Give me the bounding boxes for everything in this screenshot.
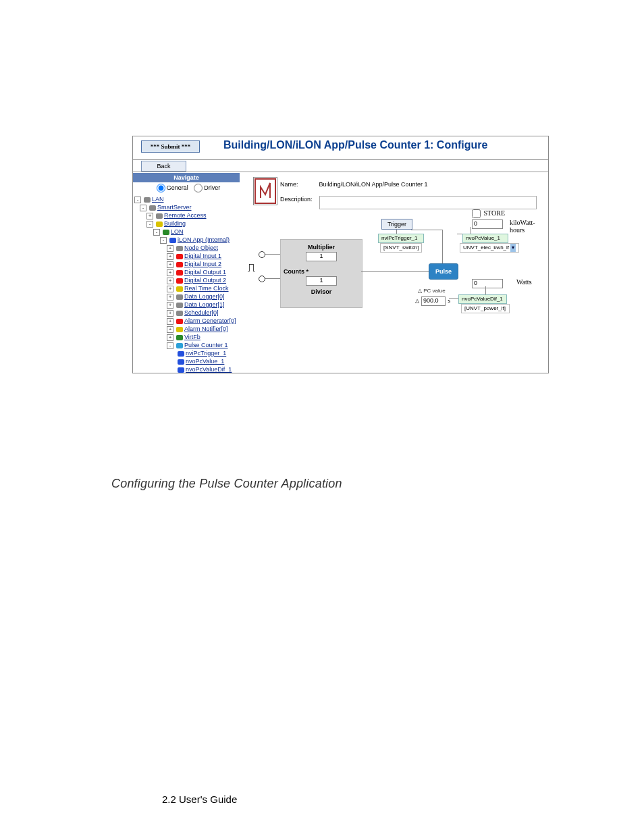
- tree-building[interactable]: Building: [164, 220, 186, 227]
- tree-lon[interactable]: LON: [171, 228, 184, 235]
- nv-icon: [178, 367, 184, 373]
- second-toolbar: [133, 159, 548, 172]
- fb-icon: [176, 278, 183, 284]
- expander-icon[interactable]: +: [167, 286, 173, 292]
- store-checkbox[interactable]: [472, 209, 481, 218]
- page-footer: 2.2 User's Guide: [162, 793, 237, 805]
- counts-label: Counts *: [284, 268, 308, 275]
- wire: [471, 227, 471, 234]
- tree-lan[interactable]: LAN: [152, 196, 164, 203]
- store-row: STORE: [472, 209, 505, 218]
- expander-icon[interactable]: +: [146, 213, 153, 219]
- watts-unit: Watts: [516, 278, 532, 286]
- fb-icon: [176, 319, 183, 324]
- expander-icon[interactable]: -: [140, 205, 146, 211]
- mode-general-label: General: [167, 184, 188, 191]
- pulse-wave-icon: ⎍: [248, 261, 255, 275]
- terminal-icon: [259, 251, 265, 258]
- tree-ilon-app[interactable]: iLON App (Internal): [178, 236, 230, 243]
- fb-icon: [176, 270, 183, 276]
- watts-output: 0: [472, 279, 503, 288]
- pcvalue-label: △ PC value: [418, 288, 446, 294]
- fb-icon: [176, 327, 183, 332]
- tree-item[interactable]: Alarm Generator[0]: [184, 317, 236, 324]
- nvi-trigger-link[interactable]: nviPcTrigger_1: [378, 234, 424, 243]
- expander-icon[interactable]: +: [167, 253, 173, 260]
- tree-nv[interactable]: nviPcTrigger_1: [186, 350, 226, 357]
- pcvalue-input[interactable]: 900.0: [421, 296, 446, 306]
- wire: [449, 298, 458, 299]
- lon-icon: [163, 230, 169, 235]
- multiplier-input[interactable]: 1: [306, 252, 337, 261]
- counts-input[interactable]: 1: [306, 276, 337, 286]
- navigate-header: Navigate: [133, 173, 240, 182]
- app-screenshot: *** Submit *** Building/LON/iLON App/Pul…: [132, 136, 549, 373]
- app-icon: [169, 238, 176, 243]
- fb-icon: [176, 303, 183, 308]
- figure-caption: Configuring the Pulse Counter Applicatio…: [111, 477, 342, 491]
- tree-nv[interactable]: nvoPcValue_1: [186, 358, 224, 365]
- wire: [442, 230, 443, 263]
- expander-icon[interactable]: +: [167, 310, 173, 317]
- submit-button[interactable]: *** Submit ***: [141, 140, 200, 153]
- expander-icon[interactable]: -: [153, 229, 160, 236]
- tree-item[interactable]: VirtFb: [184, 334, 200, 340]
- fb-icon: [176, 262, 183, 267]
- tree-item[interactable]: Real Time Clock: [184, 285, 229, 292]
- tree-item[interactable]: Digital Output 2: [184, 277, 226, 284]
- pulse-counter-icon: [253, 177, 277, 205]
- kwh-row: 0: [472, 219, 503, 229]
- mode-driver-radio[interactable]: [194, 184, 203, 192]
- mode-general-radio[interactable]: [157, 184, 165, 192]
- tree-item[interactable]: Data Logger[0]: [184, 293, 225, 300]
- expander-icon[interactable]: +: [167, 334, 173, 341]
- expander-icon[interactable]: +: [167, 294, 173, 301]
- tree-item[interactable]: Digital Input 2: [184, 261, 221, 267]
- expander-icon[interactable]: +: [167, 245, 173, 252]
- expander-icon[interactable]: +: [167, 278, 173, 284]
- expander-icon[interactable]: +: [167, 318, 173, 325]
- nvo-dif-type: [UNVT_power_lf]: [461, 304, 510, 313]
- description-row: Description:: [280, 196, 537, 209]
- nvo-dif-link[interactable]: nvoPcValueDif_1: [458, 294, 507, 304]
- tree-item[interactable]: Node Object: [184, 244, 218, 251]
- nvo-value-link[interactable]: nvoPcValue_1: [462, 234, 508, 243]
- fb-icon: [176, 246, 183, 251]
- nvo-value-type-select[interactable]: UNVT_elec_kwh_lf ▾: [460, 243, 519, 253]
- server-icon: [149, 205, 156, 211]
- tree-pulse-counter[interactable]: Pulse Counter 1: [184, 342, 228, 348]
- kwh-output: 0: [472, 219, 503, 229]
- expander-icon[interactable]: +: [167, 326, 173, 333]
- multiplier-label: Multiplier: [281, 244, 362, 251]
- mode-row: General Driver: [133, 182, 240, 194]
- description-input[interactable]: [319, 196, 537, 209]
- content-panel: Name: Building/LON/iLON App/Pulse Counte…: [240, 173, 548, 373]
- expander-icon[interactable]: +: [167, 269, 173, 276]
- tree-smartserver[interactable]: SmartServer: [157, 204, 192, 211]
- kwh-unit: kiloWatt-hours: [510, 219, 544, 234]
- expander-icon[interactable]: -: [160, 237, 167, 244]
- remote-icon: [156, 213, 163, 219]
- expander-icon[interactable]: -: [146, 221, 153, 228]
- tree-item[interactable]: Scheduler[0]: [184, 309, 219, 316]
- expander-icon[interactable]: -: [134, 197, 141, 203]
- trigger-button[interactable]: Trigger: [381, 219, 412, 230]
- tree-item[interactable]: Alarm Notifier[0]: [184, 325, 228, 332]
- expander-icon[interactable]: +: [167, 261, 173, 268]
- tree-nv[interactable]: nvoPcValueDif_1: [186, 366, 232, 373]
- fb-icon: [176, 343, 183, 348]
- tree-remote[interactable]: Remote Access: [164, 212, 207, 219]
- dropdown-icon[interactable]: ▾: [510, 244, 516, 252]
- nvo-value-type-text: UNVT_elec_kwh_lf: [463, 244, 509, 251]
- expander-icon[interactable]: -: [167, 342, 173, 349]
- multiplier-box: Multiplier 1 Counts * 1 Divisor: [280, 239, 363, 308]
- nav-tree[interactable]: -LAN -SmartServer +Remote Access -Buildi…: [133, 194, 240, 373]
- tree-item[interactable]: Data Logger[1]: [184, 301, 225, 308]
- name-row: Name: Building/LON/iLON App/Pulse Counte…: [280, 181, 428, 188]
- top-toolbar: *** Submit *** Building/LON/iLON App/Pul…: [133, 136, 548, 160]
- tree-item[interactable]: Digital Output 1: [184, 269, 226, 276]
- expander-icon[interactable]: +: [167, 302, 173, 309]
- pulse-button[interactable]: Pulse: [429, 263, 458, 280]
- tree-item[interactable]: Digital Input 1: [184, 253, 221, 259]
- fb-icon: [176, 286, 183, 292]
